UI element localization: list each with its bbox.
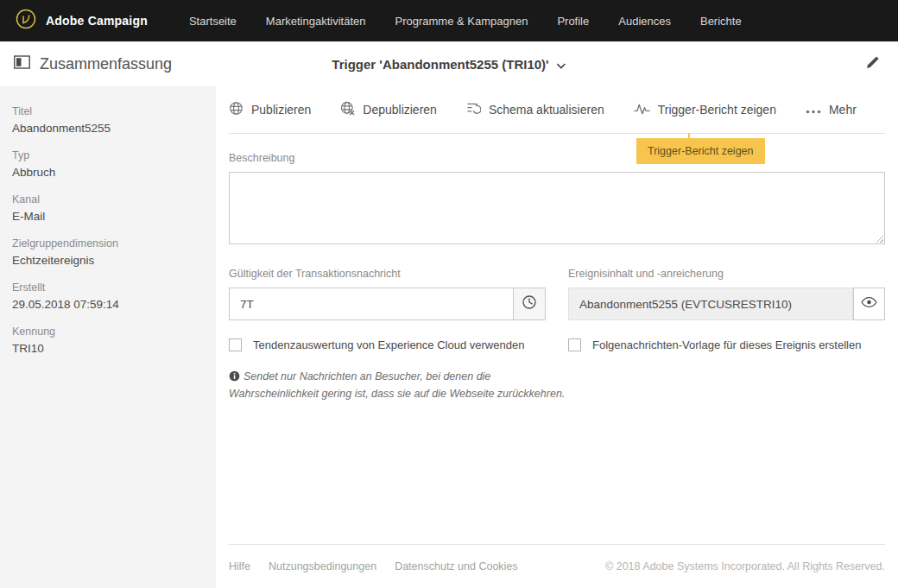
top-navigation-bar: Adobe Campaign Startseite Marketingaktiv…: [0, 0, 898, 41]
more-label: Mehr: [829, 103, 857, 117]
nav-item-programme-kampagnen[interactable]: Programme & Kampagnen: [395, 15, 528, 28]
field-label: Typ: [12, 149, 204, 161]
chevron-down-icon: [557, 57, 566, 72]
action-toolbar: Publizieren Depublizieren: [229, 86, 885, 134]
summary-sidebar: Titel Abandonment5255 Typ Abbruch Kanal …: [0, 86, 216, 588]
trend-checkbox-label: Tendenzauswertung von Experience Cloud v…: [253, 338, 524, 351]
unpublish-label: Depublizieren: [363, 103, 437, 117]
page-title: Zusammenfassung: [40, 55, 172, 73]
description-label: Beschreibung: [229, 152, 885, 164]
field-label: Kennung: [12, 326, 204, 338]
brand-name: Adobe Campaign: [46, 14, 148, 28]
event-content-group: Abandonment5255 (EVTCUSRESTRI10): [568, 288, 885, 320]
main-panel: Publizieren Depublizieren: [216, 86, 898, 588]
nav-item-berichte[interactable]: Berichte: [700, 15, 742, 28]
event-content-field: Abandonment5255 (EVTCUSRESTRI10): [568, 288, 853, 320]
footer-link-hilfe[interactable]: Hilfe: [229, 560, 250, 572]
field-value: E-Mail: [12, 210, 204, 223]
sidebar-field-titel: Titel Abandonment5255: [12, 105, 204, 135]
page-footer: Hilfe Nutzungsbedingungen Datenschutz un…: [229, 544, 885, 588]
content-area: Titel Abandonment5255 Typ Abbruch Kanal …: [0, 86, 898, 588]
summary-panel-icon: [14, 55, 30, 73]
record-selector-dropdown[interactable]: Trigger 'Abandonment5255 (TRI10)': [332, 57, 566, 72]
header-left: Zusammenfassung: [14, 55, 172, 73]
record-selector-label: Trigger 'Abandonment5255 (TRI10)': [332, 57, 548, 72]
unpublish-button[interactable]: Depublizieren: [340, 101, 437, 118]
followup-checkbox-row: Folgenachrichten-Vorlage für dieses Erei…: [568, 338, 885, 351]
nav-item-marketingaktivitaeten[interactable]: Marketingaktivitäten: [266, 15, 366, 28]
eye-icon: [861, 296, 877, 312]
sidebar-field-typ: Typ Abbruch: [12, 149, 204, 179]
clock-icon: [522, 294, 537, 313]
publish-label: Publizieren: [251, 103, 311, 117]
field-value: Echtzeitereignis: [12, 254, 204, 267]
info-note: Sendet nur Nachrichten an Besucher, bei …: [229, 368, 574, 402]
field-label: Erstellt: [12, 281, 204, 294]
trigger-form: Beschreibung Gültigkeit der Transaktions…: [216, 134, 898, 544]
right-column: Ereignisinhalt und -anreicherung Abandon…: [568, 268, 885, 402]
adobe-campaign-brand[interactable]: Adobe Campaign: [16, 9, 148, 33]
footer-link-datenschutz[interactable]: Datenschutz und Cookies: [395, 560, 517, 572]
info-text: Sendet nur Nachrichten an Besucher, bei …: [229, 370, 565, 400]
field-value: TRI10: [12, 342, 204, 355]
field-label: Titel: [12, 105, 204, 117]
left-column: Gültigkeit der Transaktionsnachricht: [229, 268, 546, 402]
nav-item-startseite[interactable]: Startseite: [189, 15, 237, 28]
field-label: Zielgruppendimension: [12, 237, 204, 250]
validity-input[interactable]: [229, 288, 514, 320]
main-nav: Startseite Marketingaktivitäten Programm…: [189, 15, 742, 28]
followup-checkbox[interactable]: [568, 338, 581, 351]
view-event-button[interactable]: [853, 288, 885, 320]
nav-item-profile[interactable]: Profile: [557, 15, 589, 28]
sidebar-field-kennung: Kennung TRI10: [12, 326, 204, 355]
globe-remove-icon: [340, 101, 355, 118]
show-trigger-report-button[interactable]: Trigger-Bericht zeigen: [634, 102, 776, 118]
event-content-label: Ereignisinhalt und -anreicherung: [568, 268, 885, 280]
sidebar-field-zielgruppendimension: Zielgruppendimension Echtzeitereignis: [12, 237, 204, 267]
info-icon: [229, 370, 240, 382]
field-label: Kanal: [12, 193, 204, 205]
ellipsis-icon: [806, 103, 821, 117]
field-value: 29.05.2018 07:59:14: [12, 298, 204, 311]
pulse-chart-icon: [634, 102, 650, 118]
globe-icon: [229, 101, 243, 118]
nav-item-audiences[interactable]: Audiences: [618, 15, 671, 28]
validity-input-group: [229, 288, 546, 320]
page-header: Zusammenfassung Trigger 'Abandonment5255…: [0, 41, 898, 86]
schema-refresh-icon: [466, 101, 481, 118]
copyright-text: © 2018 Adobe Systems Incorporated. All R…: [605, 560, 885, 572]
description-field-wrap: [229, 172, 885, 244]
update-schema-label: Schema aktualisieren: [489, 103, 604, 117]
more-button[interactable]: Mehr: [806, 103, 857, 117]
update-schema-button[interactable]: Schema aktualisieren: [466, 101, 604, 118]
followup-checkbox-label: Folgenachrichten-Vorlage für dieses Erei…: [592, 338, 861, 351]
footer-link-nutzungsbedingungen[interactable]: Nutzungsbedingungen: [269, 560, 376, 572]
form-columns: Gültigkeit der Transaktionsnachricht: [229, 268, 885, 402]
trigger-report-tooltip: Trigger-Bericht zeigen: [636, 138, 765, 164]
trend-checkbox[interactable]: [229, 338, 242, 351]
duration-picker-button[interactable]: [514, 288, 546, 320]
sidebar-field-erstellt: Erstellt 29.05.2018 07:59:14: [12, 281, 204, 311]
validity-label: Gültigkeit der Transaktionsnachricht: [229, 268, 546, 280]
pencil-icon: [865, 54, 881, 73]
trend-checkbox-row: Tendenzauswertung von Experience Cloud v…: [229, 338, 546, 351]
description-textarea[interactable]: [229, 172, 885, 244]
show-trigger-report-label: Trigger-Bericht zeigen: [658, 103, 776, 117]
adobe-campaign-logo-icon: [16, 9, 36, 33]
publish-button[interactable]: Publizieren: [229, 101, 311, 118]
edit-button[interactable]: [862, 51, 884, 77]
field-value: Abbruch: [12, 166, 204, 179]
field-value: Abandonment5255: [12, 122, 204, 135]
footer-links: Hilfe Nutzungsbedingungen Datenschutz un…: [229, 560, 518, 572]
sidebar-field-kanal: Kanal E-Mail: [12, 193, 204, 223]
